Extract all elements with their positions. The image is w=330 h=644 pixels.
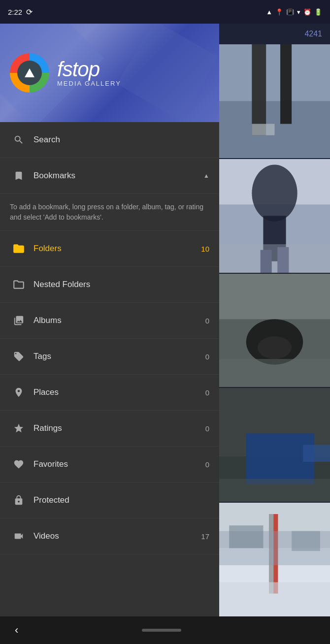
photos-grid <box>219 44 330 616</box>
videos-label: Videos <box>33 531 201 541</box>
logo-inner <box>17 61 42 85</box>
svg-rect-22 <box>219 479 330 502</box>
photo-3-svg <box>219 274 330 387</box>
ratings-label: Ratings <box>33 423 205 433</box>
albums-count: 0 <box>205 317 209 325</box>
app-name: fstop <box>57 59 121 80</box>
vibrate-icon: 📳 <box>286 8 294 16</box>
bottom-bar: ‹ <box>0 616 330 644</box>
lock-icon <box>10 491 28 509</box>
sidebar-item-videos[interactable]: Videos 17 <box>0 518 219 554</box>
svg-rect-3 <box>280 44 292 124</box>
sync-icon: ⟳ <box>26 7 33 17</box>
right-panel: 4241 <box>219 24 330 616</box>
location-icon: 📍 <box>275 8 283 16</box>
svg-rect-28 <box>219 582 330 616</box>
search-label: Search <box>33 135 209 145</box>
places-label: Places <box>33 387 205 397</box>
status-bar: 2:22 ⟳ ▲ 📍 📳 ▾ ⏰ 🔋 <box>0 0 330 24</box>
tags-count: 0 <box>205 353 209 361</box>
bookmarks-hint: To add a bookmark, long press on a folde… <box>0 194 219 231</box>
svg-rect-30 <box>292 531 320 551</box>
status-left: 2:22 ⟳ <box>8 7 33 17</box>
alarm-icon: ⏰ <box>303 8 311 16</box>
album-icon <box>10 312 28 329</box>
places-count: 0 <box>205 388 209 397</box>
photo-5-svg <box>219 503 330 616</box>
app-logo-circle <box>10 53 49 93</box>
videos-count: 17 <box>201 532 209 541</box>
battery-icon: 🔋 <box>314 8 322 16</box>
svg-rect-21 <box>303 445 330 462</box>
photo-item-1[interactable] <box>219 44 330 158</box>
app-header: fstop MEDIA GALLERY <box>0 24 219 122</box>
svg-rect-2 <box>252 44 266 135</box>
tags-label: Tags <box>33 352 205 361</box>
protected-label: Protected <box>33 495 209 505</box>
photo-item-2[interactable] <box>219 159 330 273</box>
sidebar-item-search[interactable]: Search <box>0 122 219 158</box>
ratings-count: 0 <box>205 424 209 433</box>
svg-point-7 <box>252 164 297 221</box>
signal-icon: ▲ <box>266 8 272 16</box>
nested-folders-label: Nested Folders <box>33 280 209 290</box>
place-icon <box>10 384 28 401</box>
sidebar-item-protected[interactable]: Protected <box>0 483 219 518</box>
folders-count: 10 <box>201 245 209 253</box>
logo-text: fstop MEDIA GALLERY <box>57 59 121 87</box>
search-icon <box>10 131 28 149</box>
sidebar-item-albums[interactable]: Albums 0 <box>0 303 219 339</box>
home-indicator[interactable] <box>142 629 181 632</box>
favorites-label: Favorites <box>33 459 205 469</box>
tag-icon <box>10 348 28 365</box>
nested-folder-icon <box>10 276 28 293</box>
folders-label: Folders <box>33 244 201 254</box>
sidebar-item-bookmarks[interactable]: Bookmarks ▲ <box>0 158 219 194</box>
photo-item-4[interactable] <box>219 388 330 502</box>
bookmarks-label: Bookmarks <box>33 171 199 181</box>
svg-point-15 <box>258 336 292 359</box>
sidebar-item-tags[interactable]: Tags 0 <box>0 339 219 375</box>
sidebar: fstop MEDIA GALLERY Search Bookmarks ▲ T… <box>0 24 219 616</box>
bookmarks-arrow-icon: ▲ <box>203 172 209 179</box>
bookmark-icon <box>10 167 28 185</box>
logo-triangle <box>25 68 34 77</box>
photo-4-svg <box>219 388 330 502</box>
ratings-icon <box>10 419 28 437</box>
albums-label: Albums <box>33 316 205 325</box>
sidebar-item-ratings[interactable]: Ratings 0 <box>0 411 219 447</box>
svg-rect-4 <box>252 124 274 135</box>
photo-count: 4241 <box>219 24 330 44</box>
photo-1-svg <box>219 44 330 158</box>
folder-icon <box>10 240 28 258</box>
photo-item-5[interactable] <box>219 503 330 616</box>
sidebar-item-folders[interactable]: Folders 10 <box>0 231 219 267</box>
back-button[interactable]: ‹ <box>15 624 18 637</box>
wifi-icon: ▾ <box>297 8 300 16</box>
svg-rect-11 <box>219 244 330 273</box>
favorites-count: 0 <box>205 460 209 469</box>
photo-item-3[interactable] <box>219 274 330 387</box>
sidebar-item-places[interactable]: Places 0 <box>0 375 219 411</box>
svg-rect-29 <box>229 525 263 548</box>
svg-rect-16 <box>219 359 330 387</box>
sidebar-item-nested-folders[interactable]: Nested Folders <box>0 267 219 303</box>
favorites-icon <box>10 455 28 473</box>
video-icon <box>10 527 28 545</box>
status-icons: ▲ 📍 📳 ▾ ⏰ 🔋 <box>266 8 322 16</box>
photo-2-svg <box>219 159 330 273</box>
main-layout: fstop MEDIA GALLERY Search Bookmarks ▲ T… <box>0 24 330 616</box>
sidebar-item-favorites[interactable]: Favorites 0 <box>0 447 219 483</box>
time: 2:22 <box>8 8 22 16</box>
app-subtitle: MEDIA GALLERY <box>57 80 121 87</box>
